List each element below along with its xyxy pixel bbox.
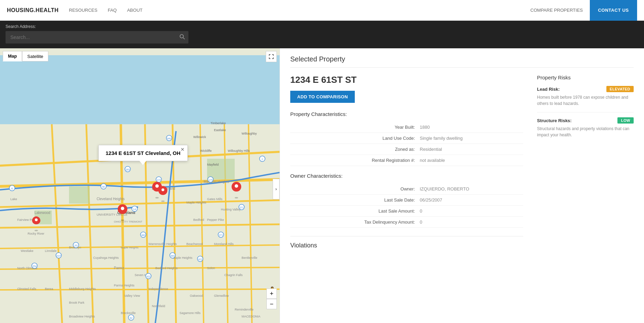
map-background: Cleveland Heights UNIVERSITY CIRCLE Lake…	[0, 48, 280, 323]
svg-text:Lake: Lake	[10, 197, 17, 201]
last-sale-amount-value: 0	[418, 206, 523, 217]
zoom-controls: + −	[266, 288, 277, 309]
tab-satellite[interactable]: Satellite	[22, 51, 48, 61]
risk-divider	[537, 112, 634, 112]
svg-text:Parma Heights: Parma Heights	[114, 284, 135, 287]
map-nav-right[interactable]: ›	[273, 179, 280, 199]
property-characteristics-table: Year Built: 1880 Land Use Code: Single f…	[290, 122, 523, 166]
nav-resources[interactable]: RESOURCES	[69, 8, 97, 13]
svg-text:Oakwood: Oakwood	[190, 294, 203, 297]
svg-rect-20	[207, 159, 235, 179]
nav-about[interactable]: ABOUT	[127, 8, 143, 13]
svg-text:82: 82	[130, 317, 133, 319]
table-row: Zoned as: Residential	[290, 144, 523, 155]
svg-text:Maple Heights: Maple Heights	[186, 201, 206, 204]
svg-text:Broadview Heights: Broadview Heights	[69, 315, 95, 318]
svg-text:90: 90	[102, 186, 105, 188]
map-tabs: Map Satellite	[3, 51, 48, 61]
svg-text:Rocky River: Rocky River	[28, 232, 45, 235]
svg-text:Independence: Independence	[148, 287, 168, 291]
search-bar: Search Address:	[0, 21, 644, 48]
svg-rect-19	[69, 186, 90, 204]
property-address: 1234 E 61ST ST	[290, 75, 523, 85]
svg-text:MACEDONIA: MACEDONIA	[242, 315, 261, 318]
tab-map[interactable]: Map	[3, 51, 22, 61]
svg-text:6: 6	[11, 187, 13, 190]
svg-text:Northfield: Northfield	[152, 304, 165, 308]
svg-text:Linndale: Linndale	[45, 249, 57, 253]
structure-risk-badge: LOW	[617, 117, 634, 124]
svg-point-0	[180, 35, 184, 38]
svg-text:Sagamore Hills: Sagamore Hills	[179, 311, 201, 315]
svg-text:Brook Park: Brook Park	[69, 301, 85, 304]
last-sale-amount-label: Last Sale Amount:	[290, 206, 418, 217]
table-row: Land Use Code: Single family dwelling	[290, 133, 523, 144]
svg-text:Parma: Parma	[114, 266, 124, 270]
svg-text:Solon: Solon	[207, 266, 215, 270]
svg-text:Cuyahoga Heights: Cuyahoga Heights	[93, 256, 119, 260]
svg-point-120	[121, 219, 124, 221]
svg-text:Maple Heights: Maple Heights	[121, 246, 138, 249]
contact-us-button[interactable]: CONTACT US	[590, 0, 637, 21]
fullscreen-button[interactable]	[266, 51, 277, 62]
svg-text:422: 422	[198, 258, 202, 261]
popup-close-button[interactable]: ✕	[180, 147, 185, 152]
search-icon	[179, 34, 185, 40]
add-comparison-button[interactable]: ADD TO COMPARISON	[290, 91, 355, 103]
svg-text:271: 271	[219, 234, 223, 236]
zoned-label: Zoned as:	[290, 144, 418, 155]
fullscreen-icon	[269, 54, 274, 59]
property-risks: Property Risks Lead Risk: ELEVATED Homes…	[537, 75, 634, 249]
table-row: Tax Delinquency Amount: 0	[290, 217, 523, 228]
svg-text:480: 480	[141, 234, 145, 236]
zoom-in-button[interactable]: +	[266, 288, 277, 299]
navbar-right: COMPARE PROPERTIES CONTACT US	[530, 0, 637, 21]
svg-text:Pepper Pike: Pepper Pike	[207, 218, 224, 222]
svg-text:OHIO CITY TREMONT: OHIO CITY TREMONT	[114, 220, 142, 223]
svg-text:Hunting Valley: Hunting Valley	[221, 208, 241, 211]
last-sale-date-value: 06/25/2007	[418, 195, 523, 206]
zoom-out-button[interactable]: −	[266, 299, 277, 309]
svg-text:Wickliffe: Wickliffe	[200, 149, 212, 153]
svg-text:Berea: Berea	[45, 287, 53, 291]
svg-rect-2	[0, 55, 280, 131]
svg-text:254: 254	[32, 265, 37, 267]
violations-title: Violations	[290, 242, 523, 249]
svg-text:Beachwood: Beachwood	[186, 242, 203, 246]
main-layout: Map Satellite	[0, 48, 644, 323]
svg-point-119	[235, 184, 238, 188]
structure-risk-label-row: Structure Risks: LOW	[537, 117, 634, 124]
svg-text:Bedford Heights: Bedford Heights	[155, 266, 178, 270]
svg-text:174: 174	[157, 179, 161, 181]
tax-delinquency-value: 0	[418, 217, 523, 228]
svg-text:Bentleyville: Bentleyville	[242, 256, 257, 260]
svg-text:Westlake: Westlake	[21, 249, 33, 253]
nav-faq[interactable]: FAQ	[108, 8, 117, 13]
owner-label: Owner:	[290, 184, 418, 195]
land-use-value: Single family dwelling	[418, 133, 523, 144]
svg-text:422: 422	[146, 275, 150, 278]
map-area[interactable]: Map Satellite	[0, 48, 280, 323]
search-icon-button[interactable]	[179, 34, 185, 41]
svg-text:Reminderville: Reminderville	[235, 308, 254, 311]
panel-title: Selected Property	[290, 55, 634, 68]
svg-text:Warrensville Heights: Warrensville Heights	[148, 242, 177, 246]
compare-properties-link[interactable]: COMPARE PROPERTIES	[530, 8, 583, 13]
owner-value: IZQUIERDO, ROBERTO	[418, 184, 523, 195]
svg-line-1	[183, 38, 185, 39]
svg-text:20: 20	[75, 244, 78, 247]
table-row: Last Sale Amount: 0	[290, 206, 523, 217]
svg-point-123	[35, 218, 38, 221]
rental-label: Rental Registration #:	[290, 155, 418, 166]
svg-line-10	[0, 289, 280, 290]
svg-text:237: 237	[56, 254, 61, 257]
rental-value: not available	[418, 155, 523, 166]
tax-delinquency-label: Tax Delinquency Amount:	[290, 217, 418, 228]
svg-point-122	[35, 230, 38, 231]
brand-logo: HOUSING.HEALTH	[7, 7, 59, 13]
svg-text:Moreland Hills: Moreland Hills	[214, 242, 234, 246]
lead-risk-badge: ELEVATED	[606, 86, 634, 92]
search-input[interactable]	[6, 31, 188, 43]
structure-risk-row: Structure Risks: LOW Structural hazards …	[537, 117, 634, 138]
lead-risk-label-row: Lead Risk: ELEVATED	[537, 86, 634, 92]
